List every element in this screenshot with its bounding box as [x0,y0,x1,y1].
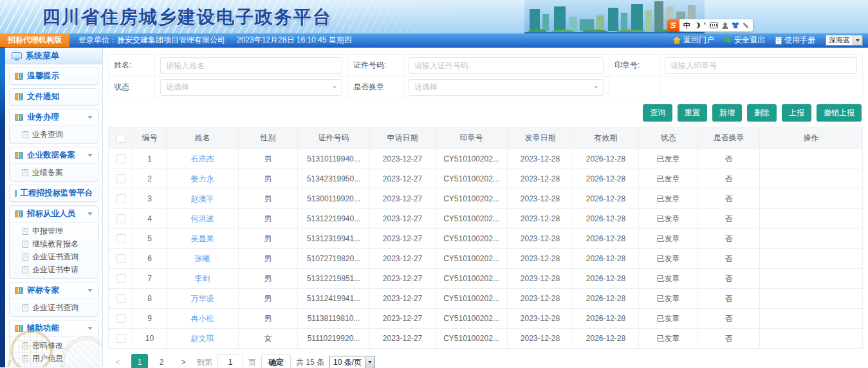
search-form: 姓名: 证件号码: 印章号: 状态 请选择 是否换章 请选择 [108,54,863,98]
cell-valid_until: 2026-12-28 [573,229,639,249]
menu-group-header[interactable]: 评标专家 [10,282,98,299]
menu-sub-item[interactable]: 企业证书申请 [10,263,98,276]
menu-group-label: 业务办理 [27,112,59,123]
person-name-link[interactable]: 赵文琪 [191,334,214,343]
page-button-1[interactable]: 1 [131,354,148,368]
row-checkbox[interactable] [116,294,125,303]
person-name-link[interactable]: 何洪波 [191,214,214,223]
return-portal-link[interactable]: 返回门户 [673,35,714,46]
menu-sub-item[interactable]: 企业证书查询 [10,250,98,263]
next-page-button[interactable]: > [175,354,192,368]
cell-no: 7 [133,269,167,289]
person-name-link[interactable]: 张曦 [195,254,210,263]
status-field-label: 状态 [109,77,155,98]
row-checkbox[interactable] [116,194,125,203]
menu-group-header[interactable]: 招标从业人员 [10,206,98,222]
row-checkbox[interactable] [116,154,125,163]
menu-sub-item[interactable]: 申报管理 [10,225,98,237]
menu-sub-item[interactable]: 企业证书查询 [10,301,98,314]
menu-sub-item[interactable]: 业务查询 [10,128,98,141]
cell-issue_date: 2023-12-28 [508,329,573,349]
row-checkbox[interactable] [116,274,125,283]
cell-apply_date: 2023-12-27 [370,149,436,169]
table-row: 10赵文琪女51110219920...2023-12-27CY51010020… [109,329,863,349]
skin-icon[interactable] [732,23,739,28]
keyboard-icon[interactable] [710,23,718,28]
seal-change-select[interactable]: 请选择 [409,79,604,96]
menu-sub-item-label: 企业证书申请 [32,264,78,275]
column-header: 姓名 [167,127,239,149]
chevron-down-icon [88,154,93,157]
confirm-button[interactable]: 确定 [261,354,291,368]
status-select[interactable]: 请选择 [160,79,342,96]
menu-grid-icon [15,287,23,294]
punctuation-icon[interactable]: ’ [704,23,706,28]
sidebar: 系统菜单 温馨提示文件通知业务办理业务查询企业数据备案业绩备案工程招投标监管平台… [0,48,103,367]
cell-apply_date: 2023-12-27 [370,309,436,329]
seal-number-input[interactable] [665,57,857,74]
person-name-link[interactable]: 吴显果 [191,234,214,243]
cell-no: 4 [133,209,167,229]
menu-sub-list: 申报管理继续教育报名企业证书查询企业证书申请 [10,222,98,278]
user-manual-link[interactable]: 使用手册 [775,35,815,46]
cell-seal_no: CY510100202... [436,189,508,209]
theme-select[interactable]: 深海蓝 [826,35,863,46]
delete-button[interactable]: 删除 [747,104,777,122]
row-checkbox[interactable] [116,334,125,343]
menu-group-header[interactable]: 工程招投标监管平台 [10,185,98,201]
cell-gender: 男 [239,229,298,249]
moon-icon[interactable] [694,23,700,28]
cell-action [760,269,863,289]
cell-valid_until: 2026-12-28 [573,309,639,329]
person-name-link[interactable]: 姜力永 [191,174,214,183]
page-button-2[interactable]: 2 [153,354,170,368]
cancel-report-button[interactable]: 撤销上报 [817,104,862,122]
chinese-mode-icon[interactable]: 中 [683,21,690,30]
cell-no: 2 [133,169,167,189]
row-checkbox[interactable] [116,254,125,263]
menu-group-header[interactable]: 企业数据备案 [10,147,98,163]
top-bar-right: 返回门户 安全退出 使用手册 深海蓝 [673,35,868,46]
table-body: 1石浩杰男51310119940...2023-12-27CY510100202… [109,149,863,349]
menu-group-header[interactable]: 业务办理 [10,109,98,125]
report-button[interactable]: 上报 [782,104,811,122]
goto-page-input[interactable] [217,354,243,368]
page-title: 四川省住房城乡建设电子政务平台 [42,5,332,30]
pagination: < 1 2 > 到第 页 确定 共 15 条 10 条/页 [109,354,863,368]
home-icon [673,37,681,44]
sogou-logo-icon[interactable]: S [667,19,679,32]
person-name-link[interactable]: 赵澳平 [191,194,214,203]
id-number-input[interactable] [409,57,604,74]
query-button[interactable]: 查询 [643,104,672,122]
menu-group-header[interactable]: 温馨提示 [10,68,98,84]
select-all-checkbox[interactable] [116,134,125,143]
menu-sub-item[interactable]: 业绩备案 [10,166,98,179]
cell-issue_date: 2023-12-28 [508,229,573,249]
name-input[interactable] [160,57,342,74]
cell-id_no: 51312419941... [298,289,370,309]
cell-valid_until: 2026-12-28 [573,169,639,189]
page-size-select[interactable]: 10 条/页 [329,356,375,368]
row-checkbox[interactable] [116,174,125,183]
person-icon[interactable] [722,23,728,29]
row-checkbox[interactable] [116,314,125,323]
monitor-icon [12,52,22,59]
person-name-link[interactable]: 石浩杰 [191,154,214,163]
menu-sub-item[interactable]: 继续教育报名 [10,237,98,250]
table-row: 2姜力永男51342319950...2023-12-27CY510100202… [109,169,863,189]
person-name-link[interactable]: 万华凌 [191,294,214,303]
person-name-link[interactable]: 冉小松 [191,314,214,323]
prev-page-button[interactable]: < [109,354,126,368]
cell-gender: 男 [239,189,298,209]
action-toolbar: 查询 重置 新增 删除 上报 撤销上报 [108,104,862,122]
row-checkbox[interactable] [116,214,125,223]
reset-button[interactable]: 重置 [678,104,707,122]
wrench-icon[interactable] [743,23,748,28]
add-button[interactable]: 新增 [712,104,742,122]
row-checkbox[interactable] [116,234,125,243]
safe-logout-link[interactable]: 安全退出 [725,35,765,46]
cell-no: 8 [133,289,167,309]
person-name-link[interactable]: 李剑 [195,274,210,283]
menu-grid-icon [15,114,23,121]
menu-group-header[interactable]: 文件通知 [10,89,98,105]
